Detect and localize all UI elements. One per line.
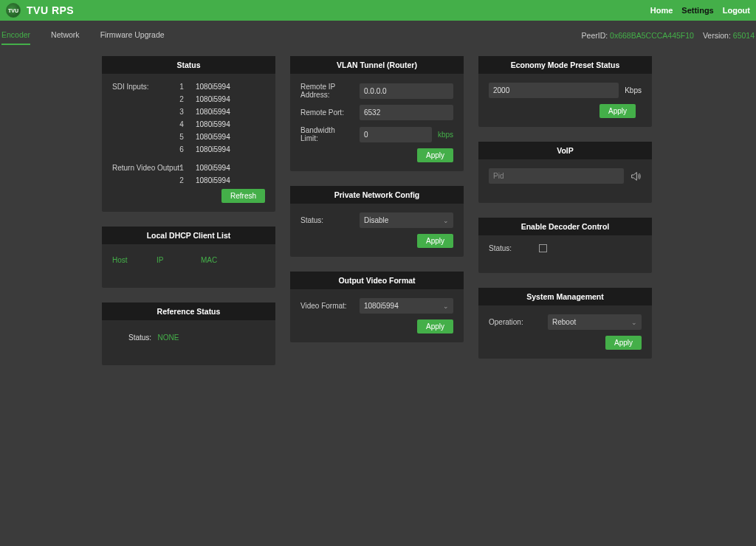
panel-vlan: VLAN Tunnel (Router) Remote IP Address: … — [290, 56, 464, 171]
panel-vlan-body: Remote IP Address: Remote Port: Bandwidt… — [290, 74, 464, 171]
panel-voip: VoIP — [478, 142, 652, 203]
voip-input[interactable] — [489, 168, 624, 184]
pnet-status-select[interactable]: Disable ⌄ — [360, 212, 453, 228]
dhcp-col-mac: MAC — [201, 256, 265, 264]
ret-val: 1080i5994 — [196, 176, 230, 184]
sdi-num: 2 — [175, 95, 188, 103]
ovf-value: 1080i5994 — [364, 302, 399, 310]
ret-val: 1080i5994 — [196, 164, 230, 172]
sub-right: PeerID: 0x668BA5CCCA445F10 Version: 6501… — [582, 31, 755, 40]
ovf-select[interactable]: 1080i5994 ⌄ — [360, 298, 453, 314]
sub-tabs: Encoder Network Firmware Upgrade — [1, 26, 165, 45]
pnet-status-value: Disable — [364, 216, 388, 224]
sdi-num: 5 — [175, 133, 188, 141]
content: Status SDI Inputs: 1 1080i5994 21080i599… — [0, 50, 756, 365]
panel-dhcp-body: Host IP MAC — [102, 244, 275, 288]
reference-value: NONE — [157, 334, 179, 342]
refresh-button[interactable]: Refresh — [221, 189, 265, 203]
col-2: VLAN Tunnel (Router) Remote IP Address: … — [290, 56, 464, 365]
economy-apply-button[interactable]: Apply — [599, 104, 636, 118]
nav-logout[interactable]: Logout — [723, 6, 750, 15]
app-title: TVU RPS — [27, 4, 74, 16]
panel-vlan-header: VLAN Tunnel (Router) — [290, 56, 464, 74]
top-bar: TVU TVU RPS Home Settings Logout — [0, 0, 756, 21]
panel-system-header: System Management — [478, 288, 652, 305]
dhcp-col-ip: IP — [157, 256, 201, 264]
ret-num: 2 — [175, 176, 188, 184]
dhcp-columns: Host IP MAC — [112, 253, 265, 267]
chevron-down-icon: ⌄ — [443, 303, 449, 310]
panel-ovf-body: Video Format: 1080i5994 ⌄ Apply — [290, 289, 464, 342]
peerid-value: 0x668BA5CCCA445F10 — [610, 31, 694, 40]
sdi-num: 3 — [175, 108, 188, 116]
vlan-apply-button[interactable]: Apply — [417, 148, 453, 162]
panel-ovf-header: Output Video Format — [290, 272, 464, 289]
system-op-label: Operation: — [489, 318, 542, 326]
sdi-val: 1080i5994 — [196, 108, 230, 116]
decoder-status-label: Status: — [489, 244, 533, 252]
panel-decoder-header: Enable Decoder Control — [478, 218, 652, 235]
col-1: Status SDI Inputs: 1 1080i5994 21080i599… — [102, 56, 275, 365]
version-value: 65014 — [733, 31, 755, 40]
nav-home[interactable]: Home — [650, 6, 673, 15]
nav-settings[interactable]: Settings — [681, 6, 713, 15]
peerid-label: PeerID: 0x668BA5CCCA445F10 — [582, 31, 694, 40]
col-3: Economy Mode Preset Status Kbps Apply Vo… — [478, 56, 652, 365]
pnet-status-label: Status: — [300, 216, 354, 224]
sub-bar: Encoder Network Firmware Upgrade PeerID:… — [0, 21, 756, 50]
speaker-icon[interactable] — [630, 170, 642, 182]
logo-icon: TVU — [6, 3, 21, 18]
ovf-label: Video Format: — [300, 302, 354, 310]
economy-unit: Kbps — [625, 86, 642, 94]
panel-private-net-header: Private Network Config — [290, 186, 464, 204]
panel-private-net: Private Network Config Status: Disable ⌄… — [290, 186, 464, 257]
sdi-num: 4 — [175, 120, 188, 128]
panel-dhcp-header: Local DHCP Client List — [102, 227, 275, 244]
sdi-num: 6 — [175, 145, 188, 153]
vlan-ip-label: Remote IP Address: — [300, 83, 354, 99]
ovf-apply-button[interactable]: Apply — [417, 319, 453, 334]
tab-network[interactable]: Network — [51, 26, 80, 45]
pnet-apply-button[interactable]: Apply — [417, 234, 453, 248]
tab-encoder[interactable]: Encoder — [1, 26, 30, 45]
panel-decoder: Enable Decoder Control Status: — [478, 218, 652, 273]
panel-system: System Management Operation: Reboot ⌄ Ap… — [478, 288, 652, 359]
system-op-select[interactable]: Reboot ⌄ — [548, 314, 642, 330]
vlan-bw-label: Bandwidth Limit: — [300, 126, 354, 142]
sdi-num: 1 — [175, 83, 188, 91]
vlan-port-label: Remote Port: — [300, 108, 354, 117]
panel-status-header: Status — [102, 56, 275, 74]
sdi-val: 1080i5994 — [196, 145, 230, 153]
panel-dhcp: Local DHCP Client List Host IP MAC — [102, 227, 275, 288]
panel-ovf: Output Video Format Video Format: 1080i5… — [290, 272, 464, 342]
ret-num: 1 — [175, 164, 188, 172]
sdi-val: 1080i5994 — [196, 133, 230, 141]
panel-decoder-body: Status: — [478, 235, 652, 273]
dhcp-col-host: Host — [112, 256, 157, 264]
panel-status-body: SDI Inputs: 1 1080i5994 21080i5994 31080… — [102, 74, 275, 212]
sdi-val: 1080i5994 — [196, 120, 230, 128]
system-apply-button[interactable]: Apply — [605, 336, 642, 350]
panel-reference-header: Reference Status — [102, 303, 275, 320]
panel-reference-body: Status: NONE — [102, 320, 275, 365]
top-nav: Home Settings Logout — [650, 6, 750, 15]
vlan-bw-input[interactable] — [360, 127, 432, 142]
panel-economy-body: Kbps Apply — [478, 74, 652, 127]
panel-reference: Reference Status Status: NONE — [102, 303, 275, 365]
panel-private-net-body: Status: Disable ⌄ Apply — [290, 204, 464, 257]
decoder-status-checkbox[interactable] — [539, 244, 547, 252]
vlan-bw-unit: kbps — [438, 131, 453, 139]
economy-input[interactable] — [489, 83, 619, 98]
system-op-value: Reboot — [552, 318, 576, 326]
chevron-down-icon: ⌄ — [443, 217, 449, 224]
sdi-inputs-label: SDI Inputs: — [112, 83, 175, 91]
vlan-ip-input[interactable] — [360, 83, 453, 99]
chevron-down-icon: ⌄ — [631, 319, 637, 326]
version-label: Version: 65014 — [703, 31, 755, 40]
panel-voip-body — [478, 159, 652, 203]
vlan-port-input[interactable] — [360, 105, 453, 120]
tab-firmware[interactable]: Firmware Upgrade — [100, 26, 165, 45]
panel-economy: Economy Mode Preset Status Kbps Apply — [478, 56, 652, 127]
reference-label: Status: — [128, 334, 151, 342]
panel-system-body: Operation: Reboot ⌄ Apply — [478, 305, 652, 359]
